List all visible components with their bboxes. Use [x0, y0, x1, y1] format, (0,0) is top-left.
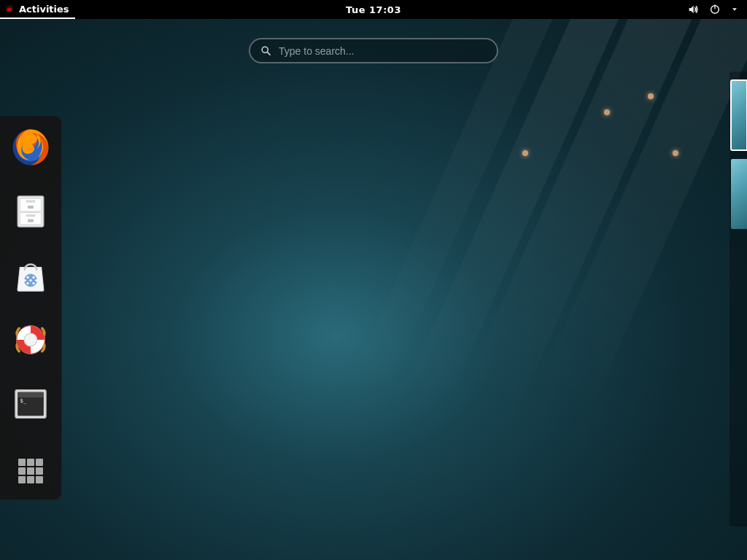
svg-point-19 — [29, 279, 31, 281]
workspace-switcher — [729, 71, 747, 526]
apps-grid-icon — [13, 459, 48, 483]
svg-point-15 — [26, 276, 28, 279]
dash-app-files[interactable] — [9, 190, 52, 233]
svg-point-21 — [35, 279, 37, 281]
file-cabinet-icon — [12, 192, 50, 230]
power-icon — [709, 4, 721, 15]
svg-rect-11 — [26, 214, 36, 217]
svg-point-23 — [24, 333, 37, 346]
system-tray[interactable] — [687, 4, 747, 15]
clock[interactable]: Tue 17:03 — [346, 4, 401, 15]
top-bar: Activities Tue 17:03 — [0, 0, 747, 19]
svg-line-4 — [267, 52, 270, 55]
chevron-down-icon — [731, 6, 738, 13]
svg-point-18 — [32, 282, 34, 284]
dash-app-firefox[interactable] — [9, 126, 52, 168]
svg-rect-2 — [714, 4, 715, 9]
dash-app-help[interactable] — [9, 319, 52, 361]
distributor-logo-icon — [4, 4, 15, 14]
overview-search[interactable] — [249, 38, 498, 63]
activities-label: Activities — [19, 4, 69, 15]
search-input[interactable] — [279, 45, 487, 57]
svg-rect-12 — [28, 206, 34, 209]
svg-point-20 — [24, 279, 26, 281]
volume-icon — [687, 4, 699, 15]
life-ring-icon — [10, 319, 51, 360]
firefox-icon — [10, 127, 51, 168]
show-applications-button[interactable] — [9, 447, 52, 489]
dash-app-terminal[interactable]: $_ — [9, 383, 52, 425]
svg-text:$_: $_ — [20, 397, 26, 404]
svg-rect-13 — [28, 219, 34, 222]
search-icon — [260, 45, 271, 56]
svg-rect-27 — [18, 392, 44, 397]
dash-app-software[interactable] — [9, 254, 52, 297]
workspace-thumbnail-1[interactable] — [731, 80, 747, 150]
svg-point-17 — [26, 282, 28, 284]
terminal-icon: $_ — [12, 385, 50, 423]
svg-point-16 — [32, 276, 34, 279]
shopping-bag-icon — [12, 257, 50, 295]
dash: $_ — [0, 115, 62, 500]
activities-button[interactable]: Activities — [0, 0, 75, 19]
workspace-thumbnail-2[interactable] — [731, 159, 747, 229]
svg-rect-10 — [26, 201, 36, 203]
